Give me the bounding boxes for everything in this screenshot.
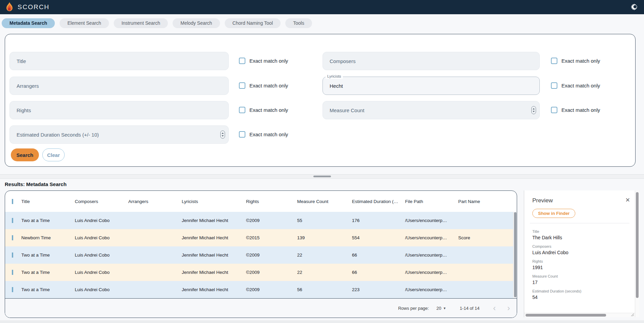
table-row[interactable]: Two at a Time Luis Andrei Cobo Jennifer … — [5, 246, 517, 264]
rights-exact-match-checkbox[interactable] — [239, 107, 245, 113]
preview-field-value: 17 — [532, 280, 627, 285]
tab-melody-search[interactable]: Melody Search — [173, 18, 220, 28]
table-row[interactable]: Two at a Time Luis Andrei Cobo Jennifer … — [5, 281, 517, 298]
exact-match-label: Exact match only — [249, 58, 288, 64]
theme-toggle-icon[interactable] — [630, 3, 639, 12]
estimated-duration-exact-match-checkbox[interactable] — [239, 131, 245, 138]
title-exact-match-checkbox[interactable] — [239, 58, 245, 64]
pagination-range-label: 1-14 of 14 — [460, 306, 480, 311]
tab-chord-naming-tool[interactable]: Chord Naming Tool — [225, 18, 281, 28]
results-heading: Results: Metadata Search — [5, 181, 67, 187]
measure-count-input[interactable] — [323, 101, 540, 119]
preview-vertical-scrollbar-thumb[interactable] — [636, 192, 639, 298]
measure-count-exact-match-checkbox[interactable] — [551, 107, 557, 113]
column-header-composers[interactable]: Composers — [75, 199, 128, 204]
column-header-arrangers[interactable]: Arrangers — [128, 199, 182, 204]
cell-title: Two at a Time — [21, 287, 75, 292]
tab-element-search[interactable]: Element Search — [60, 18, 109, 28]
preview-horizontal-scrollbar-thumb[interactable] — [526, 314, 606, 317]
preview-field-label: Title — [532, 229, 627, 234]
exact-match-label: Exact match only — [561, 58, 600, 64]
cell-file-path: /Users/encounterp… — [405, 270, 458, 275]
column-header-estimated-duration[interactable]: Estimated Duration (… — [352, 199, 405, 204]
close-icon[interactable]: ✕ — [625, 197, 630, 204]
column-header-measure-count[interactable]: Measure Count — [297, 199, 352, 204]
preview-field: Measure Count 17 — [532, 274, 627, 285]
table-row[interactable]: Newborn Time Luis Andrei Cobo Jennifer M… — [5, 229, 517, 246]
lyricists-exact-match-checkbox[interactable] — [551, 82, 557, 89]
cell-lyricists: Jennifer Michael Hecht — [182, 287, 246, 292]
row-checkbox[interactable] — [12, 218, 13, 223]
composers-exact-match-checkbox[interactable] — [551, 58, 557, 64]
previous-page-button[interactable]: ‹ — [492, 305, 497, 311]
row-checkbox[interactable] — [12, 253, 13, 258]
preview-resize-handle-icon[interactable] — [631, 313, 634, 317]
cell-part-name: Score — [458, 235, 517, 240]
page-horizontal-scrollbar[interactable] — [0, 320, 644, 323]
tab-tools[interactable]: Tools — [285, 18, 312, 28]
arrangers-exact-match: Exact match only — [239, 82, 288, 89]
column-header-lyricists[interactable]: Lyricists — [182, 199, 246, 204]
cell-estimated-duration: 66 — [352, 253, 405, 258]
panel-splitter — [0, 174, 644, 179]
arrangers-input[interactable] — [9, 77, 229, 95]
cell-composers: Luis Andrei Cobo — [75, 235, 128, 240]
row-checkbox[interactable] — [12, 235, 13, 240]
cell-measure-count: 22 — [297, 270, 352, 275]
title-input[interactable] — [9, 52, 229, 70]
preview-field-label: Measure Count — [532, 274, 627, 278]
lyricists-input[interactable] — [323, 77, 540, 95]
splitter-drag-handle[interactable] — [313, 176, 331, 177]
title-exact-match: Exact match only — [239, 58, 288, 64]
cell-composers: Luis Andrei Cobo — [75, 218, 128, 223]
column-header-file-path[interactable]: File Path — [405, 199, 458, 204]
measure-count-exact-match: Exact match only — [551, 107, 600, 113]
cell-estimated-duration: 176 — [352, 218, 405, 223]
exact-match-label: Exact match only — [249, 83, 288, 88]
search-button[interactable]: Search — [11, 148, 39, 161]
estimated-duration-input[interactable] — [9, 125, 229, 144]
cell-title: Two at a Time — [21, 218, 75, 223]
preview-field-value: The Dark Hills — [532, 235, 627, 240]
preview-field: Estimated Duration (seconds) 54 — [532, 289, 627, 300]
cell-composers: Luis Andrei Cobo — [75, 287, 128, 292]
lyricists-exact-match: Exact match only — [551, 82, 600, 89]
cell-file-path: /Users/encounterp… — [405, 218, 458, 223]
table-row[interactable]: Two at a Time Luis Andrei Cobo Jennifer … — [5, 212, 517, 229]
rows-per-page-select[interactable]: 20 ▾ — [436, 306, 445, 311]
composers-input[interactable] — [323, 52, 540, 70]
row-checkbox[interactable] — [12, 287, 13, 292]
estimated-duration-exact-match: Exact match only — [239, 131, 288, 138]
tab-instrument-search[interactable]: Instrument Search — [114, 18, 168, 28]
preview-panel: Preview ✕ Show in Finder Title The Dark … — [524, 190, 639, 317]
preview-field-label: Rights — [532, 259, 627, 263]
select-all-checkbox[interactable] — [12, 199, 13, 204]
column-header-part-name[interactable]: Part Name — [458, 199, 517, 204]
preview-field-label: Composers — [532, 244, 627, 248]
cell-lyricists: Jennifer Michael Hecht — [182, 270, 246, 275]
cell-title: Newborn Time — [21, 235, 75, 240]
tab-metadata-search[interactable]: Metadata Search — [2, 18, 55, 28]
cell-estimated-duration: 223 — [352, 287, 405, 292]
row-checkbox[interactable] — [12, 270, 13, 275]
cell-composers: Luis Andrei Cobo — [75, 253, 128, 258]
arrangers-exact-match-checkbox[interactable] — [239, 82, 245, 89]
clear-button[interactable]: Clear — [42, 148, 65, 161]
exact-match-label: Exact match only — [561, 83, 600, 88]
table-row[interactable]: Two at a Time Luis Andrei Cobo Jennifer … — [5, 264, 517, 281]
measure-count-spinner-icon[interactable] — [531, 106, 536, 114]
estimated-duration-spinner-icon[interactable] — [220, 130, 225, 139]
exact-match-label: Exact match only — [561, 107, 600, 113]
column-header-rights[interactable]: Rights — [246, 199, 297, 204]
cell-estimated-duration: 554 — [352, 235, 405, 240]
cell-measure-count: 55 — [297, 218, 352, 223]
preview-title: Preview — [532, 197, 553, 204]
rights-input[interactable] — [9, 101, 229, 119]
rows-per-page-value: 20 — [436, 306, 441, 311]
show-in-finder-button[interactable]: Show in Finder — [532, 209, 575, 218]
preview-field: Rights 1991 — [532, 259, 627, 270]
app-header: SCORCH — [0, 0, 644, 14]
next-page-button[interactable]: › — [506, 305, 511, 311]
column-header-title[interactable]: Title — [21, 199, 75, 204]
table-scrollbar-thumb[interactable] — [514, 212, 516, 297]
